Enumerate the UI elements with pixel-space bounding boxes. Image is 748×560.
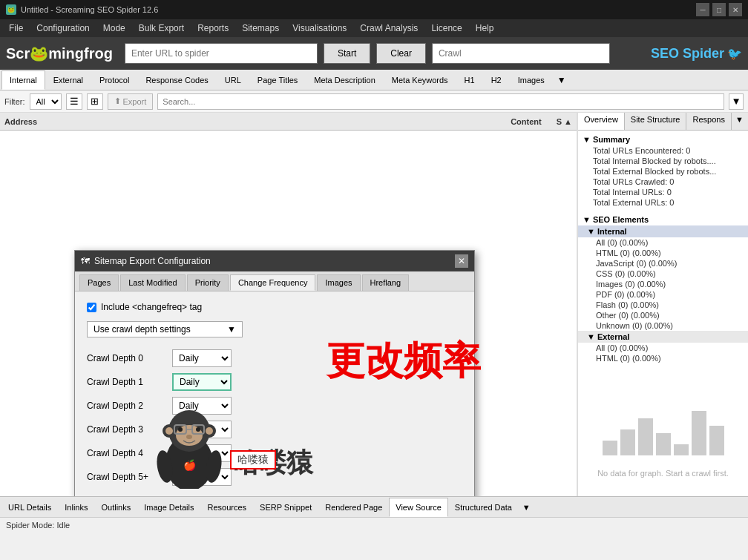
seo-elements-header[interactable]: ▼ SEO Elements <box>578 214 748 225</box>
dialog-tab-images[interactable]: Images <box>317 274 360 291</box>
menu-file[interactable]: File <box>3 22 29 35</box>
main-tabs-more[interactable]: ▼ <box>553 72 571 88</box>
crawl-depth-0-select[interactable]: Daily <box>172 349 232 367</box>
bottom-tab-structured-data[interactable]: Structured Data <box>448 498 519 517</box>
tab-url[interactable]: URL <box>217 70 249 90</box>
internal-javascript: JavaScript (0) (0.00%) <box>578 258 748 269</box>
tab-protocol[interactable]: Protocol <box>91 70 137 90</box>
crawl-input[interactable] <box>432 43 610 64</box>
toolbar: Scr🐸mingfrog Start Clear SEO Spider 🐦 <box>0 37 748 70</box>
crawl-depth-5-select[interactable]: Daily <box>172 468 232 486</box>
logo-text: Scr🐸mingfrog <box>6 45 113 62</box>
crawl-depth-4-select[interactable]: Daily <box>172 444 232 462</box>
col-content-header: Content <box>496 117 557 126</box>
tab-h1[interactable]: H1 <box>456 70 483 90</box>
bottom-tab-rendered-page[interactable]: Rendered Page <box>318 498 389 517</box>
dialog-tab-pages[interactable]: Pages <box>79 274 119 291</box>
summary-external-blocked: Total External Blocked by robots... <box>578 166 748 177</box>
title-bar: 🐸 Untitled - Screaming SEO Spider 12.6 ─… <box>0 0 748 19</box>
internal-other: Other (0) (0.00%) <box>578 310 748 320</box>
clear-button[interactable]: Clear <box>376 43 426 64</box>
right-tab-response[interactable]: Respons <box>686 113 731 130</box>
maximize-button[interactable]: □ <box>712 3 726 16</box>
crawl-depth-2-row: Crawl Depth 2 Daily <box>87 397 462 415</box>
seo-elements-section: ▼ SEO Elements ▼ Internal All (0) (0.00%… <box>578 211 748 366</box>
main-tabs: Internal External Protocol Response Code… <box>0 70 748 90</box>
search-input[interactable] <box>157 93 724 110</box>
crawl-depth-3-select[interactable]: Daily <box>172 421 232 438</box>
crawl-depth-dropdown[interactable]: Use crawl depth settings ▼ <box>87 321 243 337</box>
crawl-depth-2-label: Crawl Depth 2 <box>87 401 172 411</box>
crawl-depth-5-row: Crawl Depth 5+ Daily <box>87 468 462 486</box>
status-text: Spider Mode: Idle <box>6 521 70 530</box>
content-right-split: Address Content S ▲ Overview Site Struct… <box>0 113 748 496</box>
export-icon: ⬆ <box>114 96 121 106</box>
bottom-tab-outlinks[interactable]: Outlinks <box>94 498 137 517</box>
minimize-button[interactable]: ─ <box>696 3 709 16</box>
menu-crawl-analysis[interactable]: Crawl Analysis <box>354 22 424 35</box>
menu-reports[interactable]: Reports <box>191 22 234 35</box>
search-dropdown-button[interactable]: ▼ <box>729 93 744 110</box>
bottom-tab-url-details[interactable]: URL Details <box>1 498 58 517</box>
tab-response-codes[interactable]: Response Codes <box>137 70 216 90</box>
tab-h2[interactable]: H2 <box>483 70 510 90</box>
summary-internal-blocked: Total Internal Blocked by robots.... <box>578 156 748 166</box>
close-button[interactable]: ✕ <box>729 3 742 16</box>
include-changefreq-checkbox[interactable] <box>87 303 96 312</box>
menu-mode[interactable]: Mode <box>97 22 131 35</box>
tab-internal[interactable]: Internal <box>1 70 45 90</box>
menu-licence[interactable]: Licence <box>425 22 468 35</box>
right-tab-overview[interactable]: Overview <box>578 113 625 130</box>
tab-meta-description[interactable]: Meta Description <box>306 70 384 90</box>
bottom-tab-inlinks[interactable]: Inlinks <box>58 498 94 517</box>
start-button[interactable]: Start <box>324 43 370 64</box>
bottom-tab-image-details[interactable]: Image Details <box>137 498 200 517</box>
crawl-depth-dropdown-row: Use crawl depth settings ▼ <box>87 321 462 337</box>
summary-external-urls: Total External URLs: 0 <box>578 197 748 208</box>
dialog-titlebar: 🗺 Sitemap Export Configuration ✕ <box>75 251 474 271</box>
list-view-button[interactable]: ☰ <box>66 93 82 110</box>
dialog-tab-last-modified[interactable]: Last Modified <box>120 274 185 291</box>
menu-help[interactable]: Help <box>470 22 500 35</box>
crawl-depth-2-select[interactable]: Daily <box>172 397 232 415</box>
external-all: All (0) (0.00%) <box>578 343 748 353</box>
crawl-depth-0-row: Crawl Depth 0 Daily <box>87 349 462 367</box>
bottom-tab-view-source[interactable]: View Source <box>389 498 448 517</box>
col-s-header: S ▲ <box>557 117 572 126</box>
crawl-depth-1-label: Crawl Depth 1 <box>87 377 172 387</box>
right-tabs-more[interactable]: ▼ <box>732 113 747 130</box>
filter-select[interactable]: All <box>30 93 62 110</box>
tab-images[interactable]: Images <box>510 70 553 90</box>
external-sub-header[interactable]: ▼ External <box>578 331 748 343</box>
bottom-tabs-more[interactable]: ▼ <box>519 500 534 515</box>
main-body: Internal External Protocol Response Code… <box>0 70 748 517</box>
crawl-depth-0-label: Crawl Depth 0 <box>87 353 172 363</box>
menu-sitemaps[interactable]: Sitemaps <box>236 22 285 35</box>
right-panel-tabs: Overview Site Structure Respons ▼ <box>578 113 748 131</box>
no-data-text: No data for graph. Start a crawl first. <box>585 461 741 485</box>
dialog-tab-hreflang[interactable]: Hreflang <box>362 274 410 291</box>
tab-external[interactable]: External <box>45 70 91 90</box>
tree-view-button[interactable]: ⊞ <box>87 93 103 110</box>
bottom-tab-serp-snippet[interactable]: SERP Snippet <box>253 498 318 517</box>
dialog-tab-priority[interactable]: Priority <box>187 274 229 291</box>
internal-images: Images (0) (0.00%) <box>578 279 748 289</box>
dialog-close-button[interactable]: ✕ <box>455 254 468 268</box>
internal-all: All (0) (0.00%) <box>578 237 748 248</box>
menu-configuration[interactable]: Configuration <box>30 22 95 35</box>
summary-header[interactable]: ▼ Summary <box>578 134 748 145</box>
internal-sub-header[interactable]: ▼ Internal <box>578 225 748 237</box>
crawl-depth-1-select[interactable]: Daily <box>172 373 232 391</box>
tab-page-titles[interactable]: Page Titles <box>249 70 306 90</box>
export-button[interactable]: ⬆ Export <box>108 93 154 110</box>
bottom-tab-resources[interactable]: Resources <box>200 498 253 517</box>
url-input[interactable] <box>125 43 318 64</box>
dialog-tabs: Pages Last Modified Priority Change Freq… <box>75 271 474 291</box>
dialog-tab-change-frequency[interactable]: Change Frequency <box>230 274 316 291</box>
tab-meta-keywords[interactable]: Meta Keywords <box>384 70 456 90</box>
seo-spider-label: SEO Spider <box>651 46 724 62</box>
crawl-depth-3-label: Crawl Depth 3 <box>87 424 172 435</box>
right-tab-site-structure[interactable]: Site Structure <box>625 113 687 130</box>
menu-visualisations[interactable]: Visualisations <box>286 22 352 35</box>
menu-bulk-export[interactable]: Bulk Export <box>133 22 190 35</box>
